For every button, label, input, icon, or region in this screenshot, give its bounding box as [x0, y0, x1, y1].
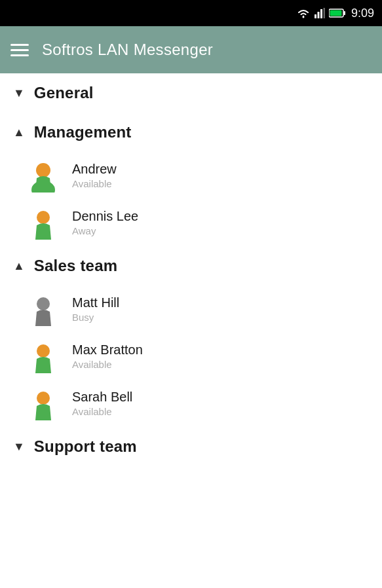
svg-point-11	[37, 164, 50, 177]
wifi-icon	[296, 8, 311, 18]
group-header-general[interactable]: ▼ General	[0, 73, 382, 113]
app-title: Softros LAN Messenger	[42, 41, 213, 59]
list-item[interactable]: Matt Hill Busy	[0, 285, 382, 333]
user-info: Dennis Lee Away	[72, 209, 138, 236]
svg-point-12	[37, 211, 50, 224]
svg-rect-3	[320, 9, 322, 18]
status-time: 9:09	[351, 7, 374, 20]
svg-rect-6	[343, 11, 345, 15]
chevron-down-icon: ▼	[13, 87, 25, 99]
svg-rect-7	[330, 10, 341, 16]
user-status: Available	[72, 359, 143, 370]
avatar	[26, 158, 60, 193]
user-status: Busy	[72, 312, 119, 323]
user-name: Matt Hill	[72, 295, 119, 310]
group-label-management: Management	[34, 123, 132, 141]
status-bar: 9:09	[0, 0, 382, 26]
user-info: Max Bratton Available	[72, 342, 143, 370]
user-name: Dennis Lee	[72, 209, 138, 224]
user-info: Andrew Available	[72, 162, 117, 189]
svg-point-15	[37, 392, 50, 405]
status-icons	[296, 8, 346, 18]
svg-point-14	[37, 344, 50, 358]
list-item[interactable]: Andrew Available	[0, 152, 382, 199]
user-status: Available	[72, 406, 132, 417]
svg-point-0	[302, 16, 304, 18]
user-info: Matt Hill Busy	[72, 295, 119, 323]
contact-list: ▼ General ▲ Management Andrew Available	[0, 73, 382, 466]
list-item[interactable]: Max Bratton Available	[0, 333, 382, 380]
chevron-up-icon: ▲	[13, 126, 25, 138]
svg-point-13	[37, 297, 50, 310]
user-name: Sarah Bell	[72, 390, 132, 405]
group-label-general: General	[34, 84, 94, 102]
group-header-sales-team[interactable]: ▲ Sales team	[0, 246, 382, 285]
list-item[interactable]: Sarah Bell Available	[0, 380, 382, 427]
user-info: Sarah Bell Available	[72, 390, 132, 417]
svg-rect-4	[323, 8, 325, 18]
list-item[interactable]: Dennis Lee Away	[0, 199, 382, 246]
avatar	[26, 206, 60, 240]
signal-icon	[315, 8, 325, 18]
battery-icon	[329, 9, 346, 18]
avatar	[26, 339, 60, 373]
menu-button[interactable]	[10, 44, 29, 56]
svg-rect-1	[315, 14, 316, 18]
user-status: Away	[72, 225, 138, 236]
chevron-down-icon: ▼	[13, 441, 25, 452]
group-label-support-team: Support team	[34, 437, 137, 456]
chevron-up-icon: ▲	[13, 260, 25, 272]
svg-rect-2	[317, 12, 319, 18]
avatar	[26, 386, 60, 420]
avatar	[26, 292, 60, 326]
group-header-support-team[interactable]: ▼ Support team	[0, 427, 382, 466]
group-header-management[interactable]: ▲ Management	[0, 113, 382, 152]
user-name: Andrew	[72, 162, 117, 177]
user-status: Available	[72, 178, 117, 189]
user-name: Max Bratton	[72, 342, 143, 358]
app-bar: Softros LAN Messenger	[0, 26, 382, 73]
group-label-sales-team: Sales team	[34, 257, 117, 275]
